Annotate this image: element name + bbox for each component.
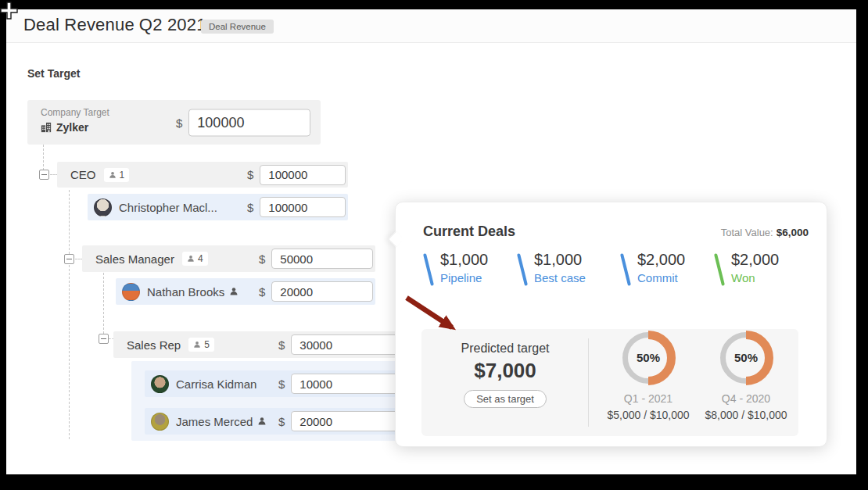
- company-target-card: Company Target Zylker $: [27, 100, 321, 145]
- christopher-target-input[interactable]: [260, 197, 346, 217]
- panel-divider: [588, 338, 589, 427]
- company-icon: [41, 122, 52, 133]
- member-count-badge: 5: [188, 338, 214, 352]
- company-name: Zylker: [56, 121, 88, 134]
- gauge-amounts: $8,000 / $10,000: [687, 409, 805, 421]
- app-window: Deal RevenueQ2 2021 Deal Revenue Set Tar…: [6, 9, 856, 474]
- period-label: Q2 2021: [139, 15, 206, 34]
- stat-value: $1,000: [440, 251, 488, 269]
- tree-connector: [103, 273, 104, 334]
- gauge-caption-q4: Q4 - 2020 $8,000 / $10,000: [687, 392, 805, 421]
- collapse-toggle-sales-manager[interactable]: [64, 254, 74, 264]
- user-row-nathan[interactable]: Nathan Brooks $: [116, 278, 375, 305]
- avatar: [94, 199, 112, 216]
- set-as-target-button[interactable]: Set as target: [464, 390, 547, 408]
- collapse-toggle-sales-rep[interactable]: [99, 334, 109, 344]
- tree-connector: [69, 265, 70, 439]
- user-icon: [257, 417, 267, 426]
- stat-value: $2,000: [637, 251, 685, 269]
- currency-symbol: $: [176, 116, 182, 129]
- stat-label: Won: [731, 271, 779, 284]
- user-name: James Merced: [176, 415, 253, 428]
- currency-symbol: $: [278, 415, 285, 428]
- role-label: Sales Rep: [127, 338, 181, 352]
- currency-symbol: $: [278, 377, 285, 391]
- member-count: 1: [120, 170, 125, 181]
- stat-line: [423, 253, 434, 286]
- predicted-target-panel: Predicted target $7,000 Set as target 50…: [421, 329, 798, 436]
- stat-line: [517, 253, 528, 286]
- member-count: 5: [204, 339, 210, 350]
- role-row-ceo[interactable]: CEO 1 $: [57, 162, 348, 188]
- stat-commit: $2,000 Commit: [624, 251, 685, 286]
- app-header: Deal RevenueQ2 2021 Deal Revenue: [6, 9, 856, 43]
- minus-icon: [41, 174, 47, 175]
- total-value-amount: $6,000: [777, 227, 809, 238]
- avatar: [151, 375, 169, 393]
- stat-line: [714, 253, 725, 286]
- gauge-q1-2021: 50%: [619, 328, 678, 388]
- company-target-input[interactable]: [188, 109, 310, 136]
- user-name: Christopher Macl...: [119, 201, 217, 214]
- user-row-christopher[interactable]: Christopher Macl... $: [88, 194, 348, 220]
- screenshot-frame: Deal RevenueQ2 2021 Deal Revenue Set Tar…: [0, 0, 868, 490]
- avatar: [151, 413, 169, 431]
- stat-won: $2,000 Won: [718, 251, 779, 286]
- currency-symbol: $: [247, 168, 253, 181]
- avatar: [122, 283, 140, 301]
- carrisa-target-input[interactable]: [291, 374, 402, 394]
- stat-label: Best case: [534, 271, 586, 284]
- user-icon: [229, 287, 239, 296]
- person-icon: [187, 255, 195, 263]
- user-name: Carrisa Kidman: [176, 377, 256, 391]
- popup-title: Current Deals: [423, 224, 515, 240]
- person-icon: [109, 171, 117, 179]
- predicted-target-value: $7,000: [421, 359, 589, 383]
- currency-symbol: $: [259, 285, 265, 299]
- set-target-heading: Set Target: [27, 67, 80, 80]
- stat-best-case: $1,000 Best case: [521, 251, 586, 286]
- user-row-james[interactable]: James Merced $: [145, 408, 409, 435]
- popup-tail: [388, 231, 404, 247]
- stat-pipeline: $1,000 Pipeline: [427, 251, 488, 286]
- current-deals-popup: Current Deals Total Value:$6,000 $1,000 …: [395, 202, 827, 447]
- role-row-sales-manager[interactable]: Sales Manager 4 $: [82, 245, 375, 272]
- james-target-input[interactable]: [291, 411, 402, 431]
- stat-value: $1,000: [534, 251, 586, 269]
- currency-symbol: $: [247, 201, 253, 214]
- gauge-quarter-label: Q4 - 2020: [687, 392, 805, 405]
- gauge-percent: 50%: [734, 351, 758, 364]
- minus-icon: [101, 338, 106, 339]
- user-name: Nathan Brooks: [147, 285, 224, 299]
- stat-value: $2,000: [731, 251, 779, 269]
- stat-line: [620, 253, 631, 286]
- user-row-carrisa[interactable]: Carrisa Kidman $: [145, 370, 409, 397]
- company-target-label: Company Target: [41, 107, 109, 118]
- role-row-sales-rep[interactable]: Sales Rep 5 $: [113, 331, 409, 358]
- stat-label: Commit: [637, 271, 685, 284]
- stat-label: Pipeline: [440, 271, 488, 284]
- page-title-text: Deal Revenue: [23, 15, 135, 34]
- tree-connector: [69, 190, 70, 254]
- currency-symbol: $: [278, 338, 285, 352]
- person-icon: [193, 341, 201, 349]
- member-count-badge: 1: [104, 168, 130, 182]
- deal-revenue-badge: Deal Revenue: [201, 20, 274, 34]
- predicted-target-label: Predicted target: [421, 342, 589, 356]
- currency-symbol: $: [259, 252, 265, 266]
- gauge-q4-2020: 50%: [716, 328, 776, 388]
- role-label: CEO: [70, 168, 96, 181]
- collapse-toggle-ceo[interactable]: [39, 170, 49, 180]
- minus-icon: [66, 259, 72, 259]
- gauge-percent: 50%: [637, 351, 660, 364]
- nathan-target-input[interactable]: [271, 281, 373, 302]
- role-label: Sales Manager: [95, 252, 174, 266]
- ceo-target-input[interactable]: [260, 165, 346, 185]
- sales-manager-target-input[interactable]: [271, 249, 373, 269]
- member-count-badge: 4: [182, 252, 208, 266]
- move-cursor-icon: [0, 2, 19, 22]
- sales-rep-target-input[interactable]: [291, 334, 402, 355]
- total-value-label: Total Value:: [721, 227, 773, 238]
- total-value: Total Value:$6,000: [721, 227, 809, 238]
- tree-connector: [43, 145, 44, 170]
